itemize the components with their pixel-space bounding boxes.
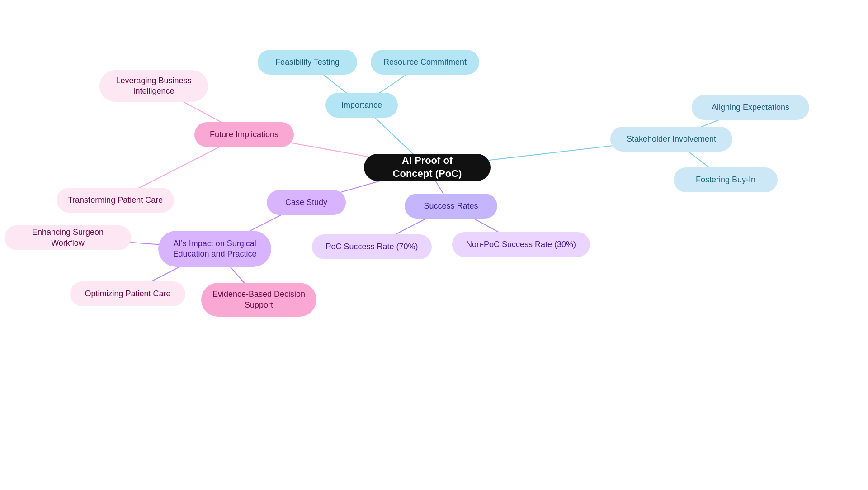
evidence-node: Evidence-Based Decision Support [201,283,316,317]
optimizing-node: Optimizing Patient Care [70,281,185,306]
fostering-node: Fostering Buy-In [674,167,778,192]
casestudy-node: Case Study [267,190,346,215]
center-node: AI Proof of Concept (PoC) [364,154,491,181]
future-node: Future Implications [194,122,294,147]
nonpoc-success-node: Non-PoC Success Rate (30%) [452,232,590,257]
poc-success-node: PoC Success Rate (70%) [312,234,432,259]
importance-node: Importance [326,93,398,118]
success-node: Success Rates [405,194,497,219]
aligning-node: Aligning Expectations [692,95,809,120]
ai-impact-node: AI's Impact on Surgical Education and Pr… [158,231,271,267]
resource-node: Resource Commitment [371,50,479,75]
enhancing-node: Enhancing Surgeon Workflow [5,225,131,250]
leveraging-node: Leveraging Business Intelligence [99,70,208,102]
transforming-node: Transforming Patient Care [57,188,174,213]
feasibility-node: Feasibility Testing [258,50,357,75]
stakeholder-node: Stakeholder Involvement [610,127,732,152]
